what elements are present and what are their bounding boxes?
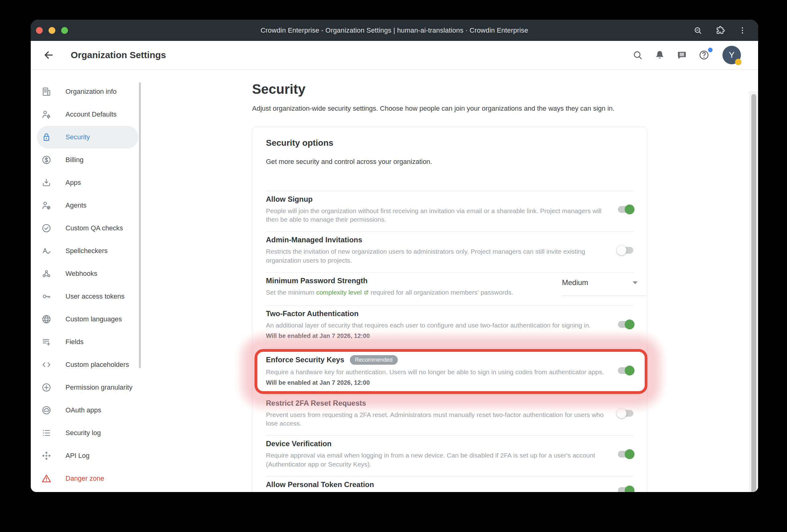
- setting-row-admin-managed-invitations: Admin-Managed InvitationsRestricts the i…: [266, 231, 633, 272]
- sidebar-item-danger-zone[interactable]: Danger zone: [37, 467, 139, 490]
- app-header: Organization Settings: [31, 41, 758, 70]
- setting-row-two-factor-authentication: Two-Factor AuthenticationAn additional l…: [266, 305, 633, 346]
- sidebar-item-label: Custom QA checks: [65, 224, 123, 232]
- select-minimum-password-strength[interactable]: Medium: [562, 278, 645, 296]
- avatar-letter: Y: [729, 50, 735, 60]
- sidebar-item-oauth-apps[interactable]: OAuth apps: [37, 399, 139, 422]
- sidebar-item-permission-granularity[interactable]: Permission granularity: [37, 376, 139, 399]
- sidebar-item-agents[interactable]: Agents: [37, 194, 139, 217]
- sidebar-item-apps[interactable]: Apps: [37, 171, 139, 194]
- sidebar-item-label: Billing: [65, 156, 84, 164]
- webhook-icon: [41, 268, 52, 279]
- sidebar-item-label: Webhooks: [65, 270, 98, 278]
- toggle-allow-signup[interactable]: [618, 206, 633, 213]
- sidebar-item-billing[interactable]: Billing: [37, 149, 139, 171]
- external-link-icon: [363, 289, 369, 298]
- browser-titlebar: Crowdin Enterprise - Organization Settin…: [31, 20, 758, 41]
- check-circle-icon: [41, 222, 52, 234]
- list-icon: [41, 427, 52, 439]
- sidebar-item-custom-languages[interactable]: Custom languages: [37, 308, 139, 331]
- zoom-out-icon[interactable]: [693, 25, 703, 35]
- toggle-thumb: [625, 366, 635, 376]
- page-title: Security: [252, 82, 647, 97]
- setting-row-text: Two-Factor AuthenticationAn additional l…: [266, 310, 618, 339]
- sidebar-item-label: Danger zone: [65, 474, 104, 483]
- chat-icon[interactable]: [676, 49, 688, 61]
- sidebar-item-label: Permission granularity: [65, 383, 132, 391]
- setting-row-enforce-security-keys: Enforce Security Keys RecommendedRequire…: [266, 347, 633, 395]
- setting-title: Two-Factor Authentication: [266, 310, 605, 318]
- bell-icon[interactable]: [654, 49, 666, 61]
- help-icon[interactable]: [698, 49, 710, 61]
- sidebar-item-security-log[interactable]: Security log: [37, 422, 139, 444]
- sidebar-item-custom-qa-checks[interactable]: Custom QA checks: [37, 217, 139, 239]
- sidebar-item-label: Security: [65, 133, 90, 141]
- setting-title: Device Verification: [266, 440, 605, 448]
- setting-description: Set the minimum complexity level require…: [266, 288, 550, 298]
- setting-title: Restrict 2FA Reset Requests: [266, 399, 605, 407]
- sidebar-item-spellcheckers[interactable]: Spellcheckers: [37, 239, 139, 262]
- setting-title: Enforce Security Keys Recommended: [266, 355, 605, 365]
- back-arrow-icon[interactable]: [42, 48, 55, 62]
- extensions-icon[interactable]: [715, 25, 725, 36]
- search-icon[interactable]: [632, 49, 644, 61]
- select-value: Medium: [562, 278, 588, 286]
- setting-description: Require approval via email when logging …: [266, 451, 605, 469]
- sidebar-item-custom-placeholders[interactable]: Custom placeholders: [37, 353, 139, 376]
- toggle-allow-personal-token-creation[interactable]: [618, 487, 633, 492]
- setting-title: Minimum Password Strength: [266, 276, 550, 285]
- toggle-admin-managed-invitations[interactable]: [618, 247, 633, 254]
- lock-icon: [41, 132, 52, 143]
- code-icon: [41, 359, 52, 370]
- sidebar-item-organization-info[interactable]: Organization info: [37, 80, 139, 103]
- sidebar-item-label: Account Defaults: [65, 110, 116, 119]
- avatar[interactable]: Y: [722, 46, 741, 64]
- sidebar-item-fields[interactable]: Fields: [37, 331, 139, 353]
- dollar-icon: [41, 154, 52, 166]
- sidebar-item-label: OAuth apps: [65, 406, 101, 414]
- sidebar-item-api-log[interactable]: API Log: [37, 444, 139, 467]
- toggle-enforce-security-keys[interactable]: [618, 367, 633, 374]
- sidebar-item-label: Fields: [65, 338, 84, 346]
- browser-tab-title: Crowdin Enterprise - Organization Settin…: [31, 26, 758, 35]
- sidebar-item-webhooks[interactable]: Webhooks: [37, 262, 139, 285]
- kebab-menu-icon[interactable]: [738, 26, 747, 35]
- toggle-restrict-2fa-reset-requests[interactable]: [618, 410, 633, 417]
- setting-description: Prevent users from requesting a 2FA rese…: [266, 410, 605, 428]
- plus-circle-icon: [41, 382, 52, 393]
- setting-description: People will join the organization withou…: [266, 207, 605, 224]
- toggle-thumb: [625, 486, 635, 492]
- main-panel: Security Adjust organization-wide securi…: [252, 70, 647, 492]
- setting-row-text: Minimum Password StrengthSet the minimum…: [266, 276, 562, 298]
- page-description: Adjust organization-wide security settin…: [252, 105, 647, 112]
- toggle-thumb: [625, 320, 635, 329]
- setting-row-restrict-2fa-reset-requests: Restrict 2FA Reset RequestsPrevent users…: [266, 395, 633, 435]
- sidebar-item-security[interactable]: Security: [37, 126, 139, 149]
- sidebar-item-user-access-tokens[interactable]: User access tokens: [37, 285, 139, 308]
- setting-row-text: Device VerificationRequire approval via …: [266, 440, 618, 469]
- sidebar-item-label: User access tokens: [65, 293, 125, 300]
- spellcheck-icon: [41, 246, 52, 256]
- settings-rows: Allow SignupPeople will join the organiz…: [266, 191, 633, 492]
- sidebar-scrollbar[interactable]: [139, 82, 141, 368]
- complexity-level-link[interactable]: complexity level: [316, 289, 362, 296]
- toggle-thumb: [625, 449, 635, 459]
- setting-description: Require a hardware key for authenticatio…: [266, 368, 605, 377]
- sidebar-nav: Organization infoAccount DefaultsSecurit…: [31, 70, 142, 492]
- setting-row-text: Admin-Managed InvitationsRestricts the i…: [266, 236, 618, 265]
- sidebar-item-label: Spellcheckers: [65, 247, 108, 255]
- page-scrollbar[interactable]: [749, 91, 758, 492]
- sidebar-item-label: Security log: [65, 429, 101, 437]
- toggle-two-factor-authentication[interactable]: [618, 321, 633, 328]
- security-options-card: Security options Get more security and c…: [252, 127, 647, 492]
- page-scrollbar-thumb[interactable]: [751, 94, 756, 492]
- toggle-device-verification[interactable]: [618, 451, 633, 457]
- setting-row-text: Allow SignupPeople will join the organiz…: [266, 195, 618, 224]
- setting-title: Admin-Managed Invitations: [266, 236, 605, 244]
- toggle-thumb: [625, 205, 635, 214]
- sidebar-item-account-defaults[interactable]: Account Defaults: [37, 103, 139, 126]
- sidebar-item-label: Apps: [65, 179, 81, 187]
- chevron-down-icon: [633, 281, 638, 284]
- globe-icon: [41, 314, 52, 325]
- toggle-thumb: [617, 246, 626, 255]
